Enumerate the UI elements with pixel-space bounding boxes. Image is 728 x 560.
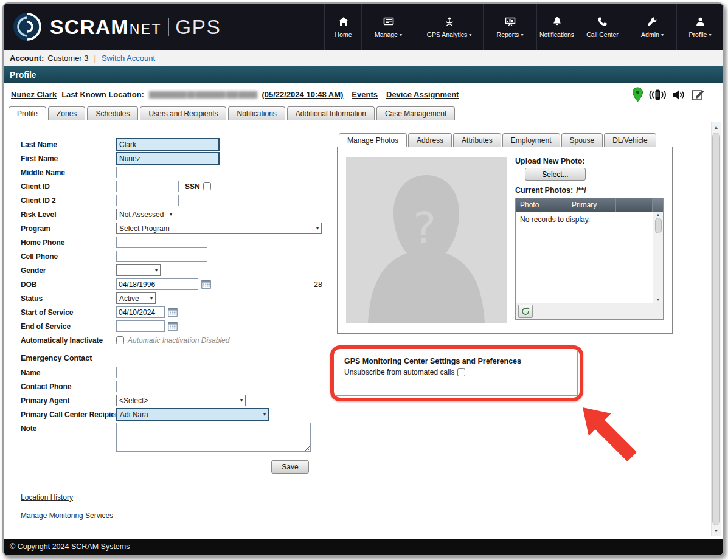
contact-phone-label: Contact Phone xyxy=(21,382,116,391)
risk-level-select[interactable]: Not Assessed▾ xyxy=(116,209,175,220)
nav-item-profile[interactable]: Profile▾ xyxy=(676,4,723,50)
photos-grid-scrollbar[interactable]: ▲ ▼ xyxy=(653,212,663,303)
column-header-photo[interactable]: Photo xyxy=(516,198,567,212)
refresh-button[interactable] xyxy=(518,305,533,318)
admin-icon xyxy=(647,16,657,28)
notifications-icon xyxy=(552,16,562,28)
nav-item-reports[interactable]: Reports▾ xyxy=(483,4,536,50)
main-content: Last Name First Name Middle Name Client … xyxy=(4,120,723,539)
status-value: Active xyxy=(119,294,139,303)
tab-address[interactable]: Address xyxy=(408,133,452,147)
tab-case-management[interactable]: Case Management xyxy=(376,106,455,120)
chevron-down-icon: ▾ xyxy=(170,212,172,217)
scroll-up-icon[interactable]: ▲ xyxy=(656,213,660,216)
calendar-icon[interactable] xyxy=(168,308,178,317)
svg-text:?: ? xyxy=(413,202,436,254)
unsubscribe-checkbox[interactable] xyxy=(457,368,465,376)
gps-analytics-icon xyxy=(444,16,455,28)
primary-call-center-recipient-value: Adi Nara xyxy=(120,410,148,419)
cell-phone-input[interactable] xyxy=(116,251,207,262)
home-phone-input[interactable] xyxy=(116,237,207,248)
tab-zones[interactable]: Zones xyxy=(48,106,85,120)
last-name-input[interactable] xyxy=(116,138,220,151)
profile-tabstrip: Profile Zones Schedules Users and Recipi… xyxy=(4,106,723,120)
scroll-down-button[interactable]: ▼ xyxy=(712,526,721,536)
note-textarea[interactable] xyxy=(116,423,311,452)
upload-column: Upload New Photo: Select... Current Phot… xyxy=(515,157,664,326)
tab-users-and-recipients[interactable]: Users and Recipients xyxy=(140,106,226,120)
manage-monitoring-services-link[interactable]: Manage Monitoring Services xyxy=(21,511,113,520)
primary-agent-select[interactable]: <Select>▾ xyxy=(116,395,246,406)
home-icon xyxy=(338,16,349,28)
start-of-service-label: Start of Service xyxy=(21,308,116,317)
end-of-service-input[interactable] xyxy=(116,320,165,332)
ssn-checkbox[interactable] xyxy=(203,182,211,190)
chevron-down-icon: ▾ xyxy=(155,268,158,273)
status-select[interactable]: Active▾ xyxy=(116,292,156,304)
scrollbar-thumb[interactable] xyxy=(655,218,662,233)
nav-item-call-center[interactable]: Call Center xyxy=(577,4,628,50)
speaker-icon[interactable] xyxy=(671,89,686,101)
events-link[interactable]: Events xyxy=(352,90,378,99)
scroll-down-icon[interactable]: ▼ xyxy=(656,298,660,302)
status-label: Status xyxy=(21,294,116,303)
client-id-2-input[interactable] xyxy=(116,195,179,206)
nav-label: GPS Analytics xyxy=(427,31,468,38)
calendar-icon[interactable] xyxy=(201,280,211,289)
dob-input[interactable] xyxy=(116,278,198,290)
gps-settings-callout: GPS Monitoring Center Settings and Prefe… xyxy=(330,345,583,401)
edit-icon[interactable] xyxy=(692,88,705,101)
first-name-input[interactable] xyxy=(116,152,220,165)
middle-name-input[interactable] xyxy=(116,167,207,178)
client-id-input[interactable] xyxy=(116,181,179,192)
risk-level-label: Risk Level xyxy=(21,210,116,219)
tab-manage-photos[interactable]: Manage Photos xyxy=(339,133,407,147)
select-photo-button[interactable]: Select... xyxy=(525,168,586,181)
tab-schedules[interactable]: Schedules xyxy=(87,106,138,120)
program-select[interactable]: Select Program▾ xyxy=(116,223,322,234)
chevron-down-icon: ▾ xyxy=(400,32,402,38)
location-history-link[interactable]: Location History xyxy=(21,493,73,502)
photos-tabstrip: Manage Photos Address Attributes Employm… xyxy=(337,133,673,147)
location-timestamp-link[interactable]: (05/22/2024 10:48 AM) xyxy=(262,90,343,99)
save-button[interactable]: Save xyxy=(271,460,309,474)
switch-account-link[interactable]: Switch Account xyxy=(102,54,155,63)
red-arrow-annotation xyxy=(577,401,650,474)
start-of-service-input[interactable] xyxy=(116,306,165,318)
tab-profile[interactable]: Profile xyxy=(9,106,46,120)
map-pin-icon[interactable] xyxy=(632,87,643,102)
auto-inactivate-checkbox[interactable] xyxy=(116,336,124,344)
tab-spouse[interactable]: Spouse xyxy=(561,133,603,147)
tab-additional-information[interactable]: Additional Information xyxy=(287,106,375,120)
client-name-link[interactable]: Nuñez Clark xyxy=(11,90,57,99)
contact-phone-input[interactable] xyxy=(116,381,207,392)
scroll-up-button[interactable]: ▲ xyxy=(712,122,721,132)
vertical-scrollbar[interactable]: ▲ ▼ xyxy=(711,122,721,536)
nav-item-gps-analytics[interactable]: GPS Analytics▾ xyxy=(415,4,483,50)
calendar-icon[interactable] xyxy=(168,322,178,331)
nav-item-home[interactable]: Home xyxy=(325,4,361,50)
gender-select[interactable]: ▾ xyxy=(116,264,161,276)
scrollbar-thumb[interactable] xyxy=(712,133,720,525)
brand-divider xyxy=(168,18,169,36)
chevron-down-icon: ▾ xyxy=(661,32,664,38)
chevron-down-icon: ▾ xyxy=(709,32,711,38)
tab-attributes[interactable]: Attributes xyxy=(453,133,501,147)
device-assignment-link[interactable]: Device Assignment xyxy=(386,90,459,99)
photos-panel: Manage Photos Address Attributes Employm… xyxy=(337,133,673,334)
device-signal-icon[interactable] xyxy=(649,88,666,102)
column-header-primary[interactable]: Primary xyxy=(567,198,616,212)
emergency-name-input[interactable] xyxy=(116,367,207,378)
nav-label: Notifications xyxy=(539,31,574,38)
manage-icon xyxy=(383,16,394,28)
client-header: Nuñez Clark Last Known Location: ███████… xyxy=(4,83,723,106)
logo[interactable]: SCRAMNET GPS xyxy=(4,4,325,50)
nav-item-admin[interactable]: Admin▾ xyxy=(628,4,676,50)
primary-call-center-recipient-select[interactable]: Adi Nara▾ xyxy=(116,408,269,421)
tab-dl-vehicle[interactable]: DL/Vehicle xyxy=(604,133,656,147)
nav-item-notifications[interactable]: Notifications xyxy=(536,4,577,50)
tab-notifications[interactable]: Notifications xyxy=(228,106,285,120)
tab-employment[interactable]: Employment xyxy=(502,133,560,147)
nav-label: Admin xyxy=(641,31,659,38)
nav-item-manage[interactable]: Manage▾ xyxy=(361,4,415,50)
